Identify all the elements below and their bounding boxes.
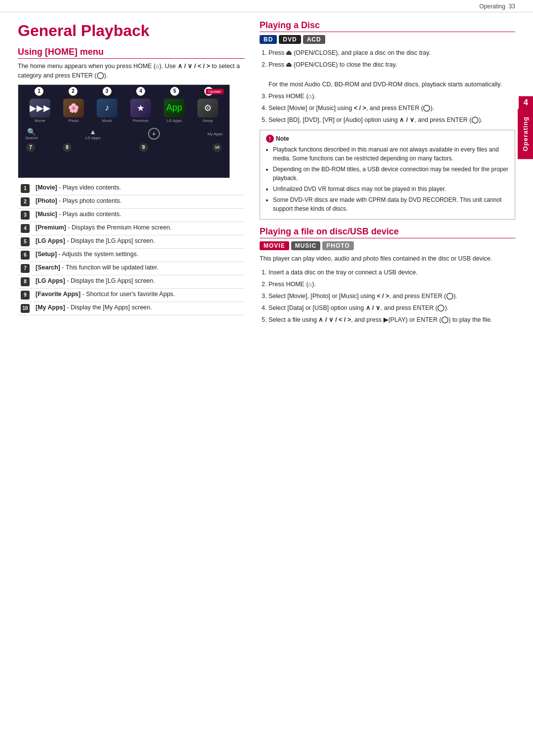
menu-item-num: 1 — [18, 182, 33, 195]
setup-icon-box: ⚙ — [197, 99, 218, 117]
note-3: Unfinalized DVD VR format discs may not … — [273, 185, 509, 193]
note-4: Some DVD-VR discs are made with CPRM dat… — [273, 195, 509, 213]
num-2: 2 — [69, 87, 77, 96]
left-column: General Playback Using [HOME] menu The h… — [18, 12, 245, 330]
note-1: Playback functions described in this man… — [273, 145, 509, 163]
menu-items-table: 1[Movie] - Plays video contents.2[Photo]… — [18, 182, 245, 315]
menu-item-text: [Favorite Apps] - Shortcut for user's fa… — [33, 288, 245, 302]
menu-item-row: 5[LG Apps] - Displays the [LG Apps] scre… — [18, 235, 245, 248]
num-4: 4 — [136, 87, 145, 96]
search-bottom-icon: 🔍 Search — [25, 128, 38, 140]
menu-item-text: [Premium] - Displays the Premium Home sc… — [33, 222, 245, 235]
music-icon-box: ♪ — [97, 99, 117, 117]
myapps-bottom-icon: My Apps — [207, 132, 223, 136]
dvd-badge: DVD — [279, 35, 301, 44]
num-1: 1 — [35, 87, 43, 96]
playing-disc-steps: Press ⏏ (OPEN/CLOSE), and place a disc o… — [260, 48, 515, 125]
photo-icon-item: 🌸 Photo — [63, 99, 84, 123]
disc-step-3: Press HOME (⌂). — [268, 91, 515, 101]
menu-item-row: 7[Search] - This function will be update… — [18, 262, 245, 275]
music-badge: MUSIC — [291, 241, 321, 250]
right-column: Playing a Disc BD DVD ACD Press ⏏ (OPEN/… — [260, 12, 515, 330]
file-step-5: Select a file using ∧ / ∨ / < / >, and p… — [268, 315, 515, 325]
page-title: General Playback — [18, 21, 245, 40]
menu-item-num: 2 — [18, 195, 33, 208]
chapter-number: 4 — [519, 96, 533, 109]
icons-row: ▶▶▶ Movie 🌸 Photo ♪ Music ★ Premium App — [18, 96, 229, 126]
header-page: 33 — [509, 3, 515, 10]
side-tab-label: Operating — [518, 109, 533, 159]
num-3: 3 — [103, 87, 112, 96]
lgapps-bottom-icon: ▲ LG Apps — [85, 128, 101, 140]
note-2: Depending on the BD-ROM titles, a USB de… — [273, 165, 509, 183]
menu-item-row: 8[LG Apps] - Displays the [LG Apps] scre… — [18, 275, 245, 288]
menu-item-text: [Music] - Plays audio contents. — [33, 208, 245, 222]
playing-file-intro: This player can play video, audio and ph… — [260, 254, 515, 264]
menu-item-text: [LG Apps] - Displays the [LG Apps] scree… — [33, 235, 245, 248]
menu-item-num: 3 — [18, 208, 33, 222]
lgapps-sym: ▲ — [89, 128, 96, 136]
movie-badge: MOVIE — [260, 241, 289, 250]
photo-badge: PHOTO — [322, 241, 353, 250]
note-box: ! Note Playback functions described in t… — [260, 130, 515, 220]
num-9: 9 — [139, 143, 148, 152]
menu-item-row: 3[Music] - Plays audio contents. — [18, 208, 245, 222]
menu-item-text: [Search] - This function will be updated… — [33, 262, 245, 275]
menu-item-row: 10[My Apps] - Display the [My Apps] scre… — [18, 302, 245, 315]
header-bar: Operating 33 — [0, 0, 533, 12]
music-icon-item: ♪ Music — [97, 99, 117, 123]
note-label: Note — [276, 134, 289, 143]
playing-disc-heading: Playing a Disc — [260, 20, 515, 32]
file-step-4: Select [Data] or [USB] option using ∧ / … — [268, 303, 515, 313]
note-icon: ! — [266, 135, 274, 143]
menu-item-row: 9[Favorite Apps] - Shortcut for user's f… — [18, 288, 245, 302]
search-sym: 🔍 — [27, 128, 36, 136]
playing-file-steps: Insert a data disc on the tray or connec… — [260, 267, 515, 325]
movie-icon-box: ▶▶▶ — [30, 99, 50, 117]
disc-badges: BD DVD ACD — [260, 35, 515, 44]
num-row-top: 1 2 3 4 5 6 — [18, 85, 229, 96]
menu-item-text: [Setup] - Adjusts the system settings. — [33, 248, 245, 262]
bd-badge: BD — [260, 35, 277, 44]
num-7: 7 — [26, 143, 35, 152]
disc-step-4: Select [Movie] or [Music] using < / >, a… — [268, 103, 515, 113]
menu-item-text: [Photo] - Plays photo contents. — [33, 195, 245, 208]
menu-item-text: [LG Apps] - Displays the [LG Apps] scree… — [33, 275, 245, 288]
num-5: 5 — [170, 87, 179, 96]
file-type-badges: MOVIE MUSIC PHOTO — [260, 241, 515, 250]
header-section: Operating — [479, 3, 505, 10]
photo-icon-box: 🌸 — [63, 99, 84, 117]
file-step-3: Select [Movie], [Photo] or [Music] using… — [268, 291, 515, 301]
file-step-1: Insert a data disc on the tray or connec… — [268, 267, 515, 277]
menu-item-row: 2[Photo] - Plays photo contents. — [18, 195, 245, 208]
movie-icon-item: ▶▶▶ Movie — [30, 99, 50, 123]
acd-badge: ACD — [303, 35, 325, 44]
menu-item-num: 10 — [18, 302, 33, 315]
update-badge: Update — [206, 89, 224, 94]
menu-item-num: 5 — [18, 235, 33, 248]
disc-step-1: Press ⏏ (OPEN/CLOSE), and place a disc o… — [268, 48, 515, 58]
disc-step-5: Select [BD], [DVD], [VR] or [Audio] opti… — [268, 115, 515, 125]
home-menu-heading: Using [HOME] menu — [18, 47, 245, 59]
menu-item-row: 4[Premium] - Displays the Premium Home s… — [18, 222, 245, 235]
menu-item-row: 1[Movie] - Plays video contents. — [18, 182, 245, 195]
disc-step-2: Press ⏏ (OPEN/CLOSE) to close the disc t… — [268, 60, 515, 89]
menu-item-num: 4 — [18, 222, 33, 235]
menu-item-num: 9 — [18, 288, 33, 302]
note-title: ! Note — [266, 134, 509, 143]
premium-icon-box: ★ — [130, 99, 151, 117]
plus-button[interactable]: + — [148, 128, 160, 140]
file-step-2: Press HOME (⌂). — [268, 279, 515, 289]
main-content: General Playback Using [HOME] menu The h… — [0, 12, 533, 330]
lgapps-icon-box: App — [164, 99, 185, 117]
menu-item-row: 6[Setup] - Adjusts the system settings. — [18, 248, 245, 262]
num-row-bottom: 7 8 9 10 — [18, 142, 229, 153]
home-icon: ⌂ — [155, 63, 159, 70]
premium-icon-item: ★ Premium — [130, 99, 151, 123]
menu-item-text: [Movie] - Plays video contents. — [33, 182, 245, 195]
lgapps-icon-item: App LG Apps — [164, 99, 185, 123]
menu-item-num: 6 — [18, 248, 33, 262]
menu-item-num: 7 — [18, 262, 33, 275]
menu-item-text: [My Apps] - Display the [My Apps] screen… — [33, 302, 245, 315]
setup-icon-item: ⚙ Setup — [197, 99, 218, 123]
